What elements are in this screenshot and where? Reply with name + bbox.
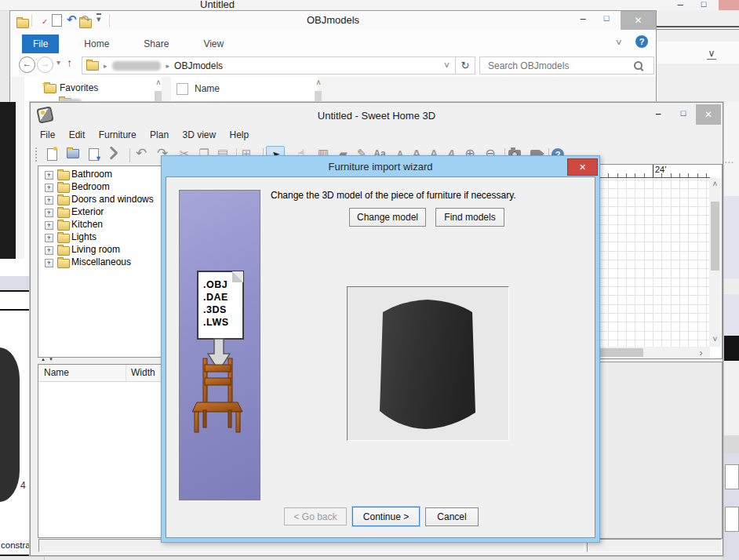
model-preview-fragment (0, 347, 20, 502)
explorer-minimize-button[interactable]: – (575, 13, 591, 24)
dimension-fragment: 4 (20, 480, 26, 491)
menu-file[interactable]: File (40, 129, 55, 140)
recent-dropdown-icon[interactable]: ▾ (56, 58, 60, 67)
sidebar-scroll-up[interactable]: ˄ (153, 78, 164, 87)
address-dropdown-icon[interactable]: ˅ (444, 60, 450, 71)
model-preview[interactable] (347, 286, 509, 441)
model-cylinder (377, 295, 479, 431)
plan-view[interactable]: 8' 24' ˄ ˅ › (580, 164, 723, 359)
tree-expand-icon[interactable]: + (45, 234, 53, 242)
address-bar[interactable]: ▸ ▸ OBJmodels ˅ (82, 56, 457, 75)
select-all-checkbox[interactable] (177, 83, 188, 95)
sweethome-titlebar[interactable]: Untitled - Sweet Home 3D – □ ✕ (31, 103, 723, 128)
explorer-ribbon-tabs: File Home Share View ˅ ? (10, 31, 656, 53)
explorer-help-icon[interactable]: ? (635, 35, 648, 48)
plan-vscrollbar[interactable]: ˄ ˅ (709, 178, 721, 347)
catalog-label: Living room (71, 244, 120, 255)
background-window-titlebar (0, 0, 739, 11)
breadcrumb-current-folder[interactable]: OBJmodels (174, 60, 223, 71)
background-window-title: Untitled (200, 0, 235, 10)
refresh-button[interactable]: ↻ (455, 56, 475, 75)
continue-button[interactable]: Continue > (352, 507, 420, 526)
catalog-label: Miscellaneous (71, 256, 131, 267)
column-divider[interactable] (126, 365, 126, 381)
sidebar-item-favorites[interactable]: Favorites (60, 82, 98, 93)
go-back-button[interactable]: < Go back (284, 507, 347, 525)
background-view-fragment: v (707, 48, 716, 60)
ribbon-collapse-icon[interactable]: ˅ (616, 37, 622, 49)
wizard-body: .OBJ .DAE .3DS .LWS (166, 176, 595, 538)
catalog-label: Kitchen (71, 219, 103, 230)
file-format: .LWS (203, 316, 242, 329)
forward-button[interactable]: → (37, 56, 53, 73)
toolbar-grip[interactable] (35, 147, 39, 162)
cancel-button[interactable]: Cancel (425, 507, 479, 526)
search-icon (634, 61, 643, 70)
background-close-button[interactable] (719, 0, 739, 10)
change-model-button[interactable]: Change model (349, 208, 426, 227)
category-folder-icon (57, 234, 70, 243)
tree-expand-icon[interactable]: + (45, 171, 53, 180)
crumb-separator-icon: ▸ (104, 62, 107, 70)
sweethome-close-button[interactable]: ✕ (696, 104, 721, 125)
view3d-area[interactable] (580, 362, 723, 539)
menu-plan[interactable]: Plan (150, 129, 169, 140)
background-maximize-button[interactable]: □ (697, 0, 711, 9)
find-models-button[interactable]: Find models (435, 208, 504, 227)
tab-file[interactable]: File (22, 35, 59, 53)
tree-expand-icon[interactable]: + (45, 184, 53, 192)
splitter-up-icon[interactable]: ▲ (41, 357, 46, 362)
vscroll-thumb[interactable] (711, 202, 719, 271)
open-plan-icon[interactable] (64, 146, 82, 162)
wizard-close-button[interactable]: ✕ (567, 158, 598, 176)
save-plan-icon[interactable]: ▼ (85, 146, 102, 162)
background-right-strip: v (655, 10, 739, 104)
column-header-width[interactable]: Width (131, 367, 155, 378)
explorer-titlebar[interactable]: ✓ ↶ ↷ ▾ OBJmodels – □ ✕ (10, 11, 656, 31)
sweethome-menubar: File Edit Furniture Plan 3D view Help (40, 129, 715, 145)
undo-icon[interactable]: ↶ (133, 146, 150, 162)
list-scroll-up[interactable]: ˄ (313, 78, 324, 87)
menu-3dview[interactable]: 3D view (182, 129, 216, 140)
search-input[interactable] (486, 60, 634, 72)
new-plan-icon[interactable] (43, 146, 60, 162)
scroll-right-icon[interactable]: › (695, 347, 707, 358)
menu-edit[interactable]: Edit (69, 129, 86, 140)
explorer-addressbar-row: ← → ▾ ↑ ▸ ▸ OBJmodels ˅ ↻ (10, 53, 656, 78)
tab-share[interactable]: Share (133, 35, 180, 53)
ruler-major-tick (653, 165, 653, 177)
splitter-down-icon[interactable]: ▼ (49, 357, 53, 362)
tab-home[interactable]: Home (73, 35, 120, 53)
category-folder-icon (57, 259, 70, 268)
column-header-name[interactable]: Name (44, 367, 69, 378)
tree-expand-icon[interactable]: + (45, 209, 53, 217)
explorer-close-button[interactable]: ✕ (621, 11, 656, 30)
sweethome-minimize-button[interactable]: – (650, 107, 666, 119)
up-button[interactable]: ↑ (67, 56, 72, 69)
status-panel-right (587, 539, 722, 552)
explorer-maximize-button[interactable]: □ (599, 13, 614, 23)
file-format: .DAE (203, 291, 242, 304)
preferences-icon[interactable] (105, 146, 122, 162)
background-minimize-button[interactable]: – (673, 0, 687, 10)
catalog-label: Doors and windows (71, 194, 154, 205)
wizard-dialog: Furniture import wizard ✕ .OBJ .DAE .3DS… (161, 155, 600, 543)
wizard-instruction: Change the 3D model of the piece of furn… (271, 190, 584, 201)
sweethome-maximize-button[interactable]: □ (675, 108, 691, 118)
column-header-name[interactable]: Name (195, 83, 220, 94)
tree-expand-icon[interactable]: + (45, 221, 53, 230)
redacted-path-segment[interactable] (112, 61, 161, 71)
back-button[interactable]: ← (19, 56, 35, 73)
tree-expand-icon[interactable]: + (45, 259, 53, 267)
scroll-down-icon[interactable]: ˅ (709, 335, 721, 344)
scroll-up-icon[interactable]: ˄ (709, 180, 721, 188)
tab-view[interactable]: View (192, 35, 235, 53)
explorer-title: OBJmodels (10, 14, 656, 26)
category-folder-icon (57, 209, 70, 218)
ruler-label-right: 24' (655, 165, 666, 174)
menu-help[interactable]: Help (230, 129, 249, 140)
tree-expand-icon[interactable]: + (45, 246, 53, 255)
menu-furniture[interactable]: Furniture (99, 129, 137, 140)
search-box[interactable] (479, 56, 654, 75)
tree-expand-icon[interactable]: + (45, 196, 53, 205)
